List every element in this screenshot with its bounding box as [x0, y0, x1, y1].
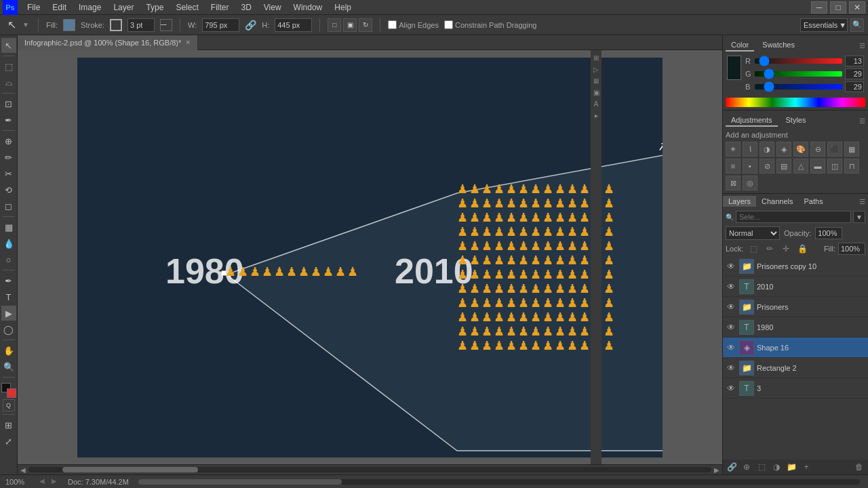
path-selection-tool[interactable]: ▶ — [1, 306, 16, 321]
layer-item[interactable]: 👁 T 2010 — [723, 277, 868, 297]
canvas-icon-6[interactable]: ▸ — [591, 110, 601, 120]
menu-3d[interactable]: 3D — [235, 1, 256, 14]
move-tool[interactable]: ↖ — [1, 38, 16, 53]
layer-visibility-toggle[interactable]: 👁 — [726, 342, 736, 353]
r-value[interactable] — [845, 56, 864, 66]
history-tool[interactable]: ⟲ — [1, 182, 16, 197]
stroke-swatch[interactable] — [110, 19, 122, 31]
scroll-right-btn[interactable]: ▶ — [714, 466, 719, 474]
lock-position[interactable]: ✛ — [780, 243, 792, 255]
opacity-value[interactable] — [815, 227, 842, 239]
background-color[interactable] — [7, 388, 16, 398]
timeline-thumb[interactable] — [138, 479, 342, 485]
zoom-tool[interactable]: 🔍 — [1, 359, 16, 374]
constrain-checkbox[interactable]: Constrain Path Dragging — [444, 20, 536, 29]
play-prev-btn[interactable]: ◀ — [39, 477, 49, 487]
path-select-tool[interactable]: ↖ — [4, 18, 19, 33]
search-workspace-icon[interactable]: 🔍 — [850, 18, 864, 32]
g-slider[interactable] — [755, 71, 842, 77]
stroke-option-1[interactable]: ─ — [160, 19, 172, 31]
layer-item[interactable]: 👁 T 3 — [723, 378, 868, 399]
layer-visibility-toggle[interactable]: 👁 — [726, 383, 736, 394]
link-wh-icon[interactable]: 🔗 — [245, 20, 256, 30]
layer-visibility-toggle[interactable]: 👁 — [726, 322, 736, 333]
curves-adj[interactable]: ⌇ — [743, 142, 757, 157]
menu-edit[interactable]: Edit — [47, 1, 72, 14]
lock-all[interactable]: 🔒 — [796, 243, 808, 255]
align-edges-checkbox[interactable]: Align Edges — [388, 20, 439, 29]
styles-tab[interactable]: Styles — [781, 115, 812, 127]
menu-file[interactable]: File — [22, 1, 45, 14]
layers-panel-menu[interactable]: ☰ — [859, 198, 868, 205]
shape-tool[interactable]: ◯ — [1, 322, 16, 337]
lasso-tool[interactable]: ⌓ — [1, 75, 16, 90]
channelmixer-adj[interactable]: ⊠ — [726, 176, 741, 190]
adjustments-tab[interactable]: Adjustments — [726, 115, 778, 127]
layer-mask-btn[interactable]: ⬚ — [755, 461, 768, 473]
layer-visibility-toggle[interactable]: 👁 — [726, 302, 736, 312]
layer-link-btn[interactable]: 🔗 — [726, 461, 738, 473]
bw-adj[interactable]: ⬛ — [827, 142, 842, 157]
canvas-icon-4[interactable]: ▣ — [591, 87, 601, 97]
selectivecolor-adj[interactable]: ◫ — [827, 159, 842, 174]
adjustments-panel-menu[interactable]: ☰ — [859, 117, 865, 125]
color-panel-menu[interactable]: ☰ — [859, 42, 865, 49]
bottom-scrollbar[interactable]: ◀ ▶ — [18, 464, 722, 474]
layers-filter-btn[interactable]: ▼ — [853, 211, 865, 223]
doc-tab[interactable]: Infographic-2.psd @ 100% (Shape 16, RGB/… — [18, 35, 198, 50]
window-close[interactable]: ✕ — [849, 1, 865, 14]
layer-delete-btn[interactable]: 🗑 — [853, 461, 865, 473]
timeline-scrubber[interactable] — [138, 479, 860, 485]
dodge-tool[interactable]: ○ — [1, 252, 16, 267]
layers-search-input[interactable] — [736, 211, 851, 223]
hue-adj[interactable]: ◎ — [743, 176, 757, 190]
pen-tool[interactable]: ✒ — [1, 273, 16, 288]
canvas-icon-5[interactable]: A — [591, 99, 601, 108]
canvas-wrapper[interactable]: 1980 2010 ♟ ♟ ♟ ♟ ♟ ♟ ♟ ♟ ♟ ♟ ♟ — [18, 50, 722, 464]
scroll-thumb[interactable] — [62, 467, 198, 472]
canvas-icon-3[interactable]: ⊠ — [591, 76, 601, 85]
marquee-tool[interactable]: ⬚ — [1, 59, 16, 74]
lock-transparency[interactable]: ⬚ — [747, 243, 760, 255]
colorlookup-adj[interactable]: ▪ — [743, 159, 757, 174]
fg-bg-colors[interactable] — [1, 383, 16, 398]
tool-expand-icon[interactable]: ▼ — [21, 20, 31, 30]
brightness-adj[interactable]: ☀ — [726, 142, 741, 157]
gradient-tool[interactable]: ▦ — [1, 220, 16, 235]
layer-visibility-toggle[interactable]: 👁 — [726, 281, 736, 292]
fill-swatch[interactable] — [63, 19, 75, 31]
healing-tool[interactable]: ⊕ — [1, 134, 16, 148]
width-input[interactable] — [202, 18, 239, 32]
hand-tool[interactable]: ✋ — [1, 343, 16, 358]
threshold-adj[interactable]: △ — [793, 159, 808, 174]
paths-tab[interactable]: Paths — [799, 196, 829, 207]
color-main-swatch[interactable] — [727, 56, 741, 80]
invert-adj[interactable]: ⊘ — [760, 159, 774, 174]
color-tab[interactable]: Color — [726, 39, 754, 52]
layer-item[interactable]: 👁 ◈ Shape 16 — [723, 338, 868, 358]
hsl-adj[interactable]: 🎨 — [793, 142, 808, 157]
crop-tool[interactable]: ⊡ — [1, 96, 16, 111]
layer-item[interactable]: 👁 📁 Rectangle 2 — [723, 358, 868, 378]
quick-mask-toggle[interactable]: Q — [3, 399, 15, 411]
height-input[interactable] — [275, 18, 312, 32]
blur-tool[interactable]: 💧 — [1, 236, 16, 251]
channelmix-adj[interactable]: ≡ — [726, 159, 741, 174]
channels-tab[interactable]: Channels — [756, 196, 798, 207]
doc-tab-close[interactable]: ✕ — [185, 39, 191, 46]
eraser-tool[interactable]: ◻ — [1, 199, 16, 214]
layer-new-btn[interactable]: + — [800, 461, 812, 473]
menu-window[interactable]: Window — [288, 1, 328, 14]
path-op-2[interactable]: ▣ — [343, 18, 357, 32]
color-spectrum-bar[interactable] — [726, 98, 865, 107]
layer-adj-btn[interactable]: ◑ — [770, 461, 783, 473]
layer-style-btn[interactable]: ⊕ — [741, 461, 753, 473]
menu-select[interactable]: Select — [170, 1, 203, 14]
exposure-adj[interactable]: ◑ — [760, 142, 774, 157]
layer-visibility-toggle[interactable]: 👁 — [726, 363, 736, 373]
lock-paint[interactable]: ✏ — [764, 243, 776, 255]
workspace-select[interactable]: Essentials ▼ — [800, 18, 848, 32]
menu-view[interactable]: View — [258, 1, 287, 14]
layer-item[interactable]: 👁 T 1980 — [723, 317, 868, 338]
constrain-check[interactable] — [444, 20, 453, 29]
